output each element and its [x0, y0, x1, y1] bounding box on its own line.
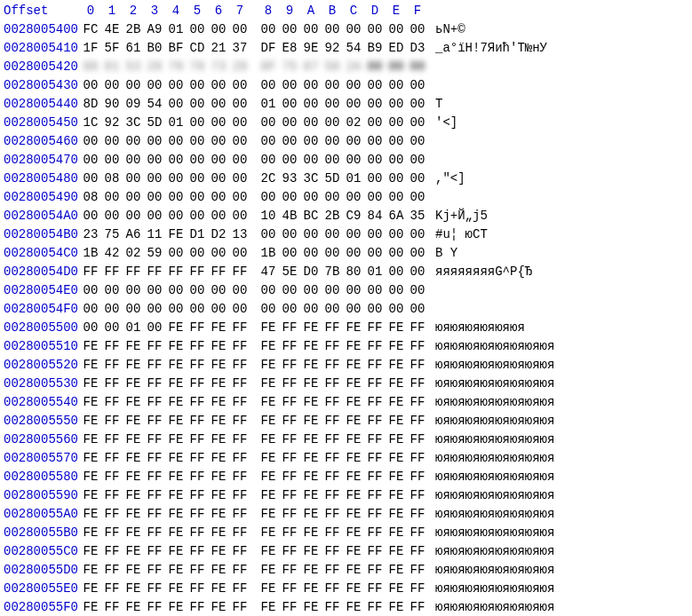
hex-bytes[interactable]: 88815328787873288F7587582A000000	[80, 58, 428, 76]
hex-row[interactable]: 0028005550FEFFFEFFFEFFFEFFFEFFFEFFFEFFFE…	[2, 412, 690, 430]
hex-bytes[interactable]: 0000000000000000104BBC2BC9846A35	[80, 207, 428, 225]
hex-byte[interactable]: FE	[258, 542, 279, 561]
hex-bytes[interactable]: 8D900954000000000100000000000000	[80, 95, 428, 114]
hex-bytes[interactable]: 1B420259000000001B00000000000000	[80, 244, 428, 263]
offset-cell[interactable]: 00280054E0	[2, 281, 80, 300]
hex-row[interactable]: 0028005530FEFFFEFFFEFFFEFFFEFFFEFFFEFFFE…	[2, 375, 690, 393]
hex-byte[interactable]: BC	[300, 207, 322, 225]
hex-row[interactable]: 00280055A0FEFFFEFFFEFFFEFFFEFFFEFFFEFFFE…	[2, 505, 690, 524]
ascii-cell[interactable]: юяюяюяюяюяюя	[428, 319, 525, 337]
hex-byte[interactable]: 00	[300, 132, 322, 151]
hex-byte[interactable]: 08	[101, 170, 123, 188]
hex-byte[interactable]: 92	[101, 114, 123, 132]
hex-byte[interactable]: 00	[101, 207, 123, 225]
hex-byte[interactable]: 00	[364, 225, 386, 244]
offset-cell[interactable]: 00280055D0	[2, 561, 80, 580]
hex-bytes[interactable]: FEFFFEFFFEFFFEFFFEFFFEFFFEFFFEFF	[80, 449, 428, 468]
hex-row[interactable]: 00280054E0000000000000000000000000000000…	[2, 281, 690, 300]
hex-byte[interactable]: FE	[80, 412, 101, 430]
hex-row[interactable]: 0028005580FEFFFEFFFEFFFEFFFEFFFEFFFEFFFE…	[2, 468, 690, 486]
hex-byte[interactable]: FE	[258, 598, 279, 616]
ascii-cell[interactable]: юяюяюяюяюяюяюяюя	[428, 337, 554, 356]
hex-byte[interactable]: 00	[364, 76, 386, 95]
hex-byte[interactable]: 00	[144, 300, 165, 319]
hex-byte[interactable]: 00	[123, 300, 144, 319]
hex-byte[interactable]: FF	[322, 412, 343, 430]
hex-byte[interactable]: 00	[123, 188, 144, 207]
hex-byte[interactable]: FF	[229, 524, 251, 542]
hex-row[interactable]: 002800550000000100FEFFFEFFFEFFFEFFFEFFFE…	[2, 319, 690, 337]
hex-byte[interactable]: FE	[80, 486, 101, 505]
hex-byte[interactable]: 00	[279, 300, 300, 319]
hex-byte[interactable]: 2A	[343, 58, 364, 76]
hex-byte[interactable]: FF	[101, 375, 123, 393]
hex-row[interactable]: 00280055E0FEFFFEFFFEFFFEFFFEFFFEFFFEFFFE…	[2, 580, 690, 598]
hex-byte[interactable]: FE	[343, 486, 364, 505]
hex-byte[interactable]: FE	[123, 561, 144, 580]
hex-byte[interactable]: FC	[80, 20, 101, 39]
hex-byte[interactable]: 00	[208, 95, 229, 114]
hex-byte[interactable]: 00	[258, 20, 279, 39]
hex-byte[interactable]: FE	[343, 524, 364, 542]
hex-byte[interactable]: FE	[258, 319, 279, 337]
hex-byte[interactable]: FE	[343, 468, 364, 486]
hex-byte[interactable]: FE	[386, 580, 407, 598]
hex-byte[interactable]: FE	[300, 524, 322, 542]
hex-byte[interactable]: FF	[364, 580, 386, 598]
hex-byte[interactable]: FF	[101, 337, 123, 356]
hex-byte[interactable]: FF	[407, 375, 428, 393]
hex-byte[interactable]: FF	[322, 319, 343, 337]
offset-cell[interactable]: 0028005400	[2, 20, 80, 39]
hex-bytes[interactable]: FEFFFEFFFEFFFEFFFEFFFEFFFEFFFEFF	[80, 412, 428, 430]
ascii-cell[interactable]	[428, 151, 435, 170]
hex-byte[interactable]: 00	[300, 225, 322, 244]
hex-byte[interactable]: FF	[144, 542, 165, 561]
hex-byte[interactable]: FE	[123, 430, 144, 449]
offset-cell[interactable]: 0028005590	[2, 486, 80, 505]
hex-byte[interactable]: 00	[322, 20, 343, 39]
hex-byte[interactable]: 00	[343, 132, 364, 151]
hex-byte[interactable]: 73	[208, 58, 229, 76]
hex-bytes[interactable]: FEFFFEFFFEFFFEFFFEFFFEFFFEFFFEFF	[80, 356, 428, 375]
hex-byte[interactable]: FF	[364, 375, 386, 393]
hex-byte[interactable]: FF	[229, 449, 251, 468]
hex-byte[interactable]: FF	[279, 598, 300, 616]
hex-byte[interactable]: FF	[229, 430, 251, 449]
hex-byte[interactable]: 00	[279, 132, 300, 151]
hex-bytes[interactable]: FEFFFEFFFEFFFEFFFEFFFEFFFEFFFEFF	[80, 542, 428, 561]
hex-byte[interactable]: FE	[300, 505, 322, 524]
hex-byte[interactable]: 75	[101, 225, 123, 244]
hex-bytes[interactable]: FEFFFEFFFEFFFEFFFEFFFEFFFEFFFEFF	[80, 598, 428, 616]
ascii-cell[interactable]: #u¦ юСТ	[428, 225, 488, 244]
hex-byte[interactable]: 23	[80, 225, 101, 244]
hex-byte[interactable]: 4B	[279, 207, 300, 225]
hex-byte[interactable]: FF	[279, 580, 300, 598]
hex-byte[interactable]: 00	[165, 132, 187, 151]
ascii-cell[interactable]: юяюяюяюяюяюяюяюя	[428, 412, 554, 430]
hex-byte[interactable]: 21	[208, 39, 229, 58]
hex-byte[interactable]: 00	[80, 132, 101, 151]
ascii-cell[interactable]: _a°їН!7Яић'T№нУ	[428, 39, 547, 58]
hex-byte[interactable]: FE	[123, 524, 144, 542]
hex-byte[interactable]: 7B	[322, 263, 343, 281]
hex-byte[interactable]: FE	[123, 356, 144, 375]
hex-byte[interactable]: FE	[258, 505, 279, 524]
hex-byte[interactable]: FF	[279, 505, 300, 524]
hex-byte[interactable]: FF	[322, 375, 343, 393]
hex-row[interactable]: 00280054D0FFFFFFFFFFFFFFFF475ED07B800100…	[2, 263, 690, 281]
hex-byte[interactable]: FF	[101, 505, 123, 524]
hex-byte[interactable]: FE	[208, 561, 229, 580]
hex-byte[interactable]: 00	[165, 170, 187, 188]
hex-byte[interactable]: 00	[101, 188, 123, 207]
hex-byte[interactable]: FE	[300, 430, 322, 449]
hex-byte[interactable]: 00	[364, 114, 386, 132]
hex-byte[interactable]: 00	[258, 281, 279, 300]
hex-byte[interactable]: 00	[208, 281, 229, 300]
hex-byte[interactable]: FE	[208, 486, 229, 505]
hex-byte[interactable]: FF	[187, 319, 208, 337]
hex-byte[interactable]: 00	[343, 188, 364, 207]
hex-byte[interactable]: FF	[407, 542, 428, 561]
hex-byte[interactable]: 00	[279, 244, 300, 263]
hex-byte[interactable]: 00	[229, 170, 251, 188]
hex-byte[interactable]: FE	[123, 337, 144, 356]
